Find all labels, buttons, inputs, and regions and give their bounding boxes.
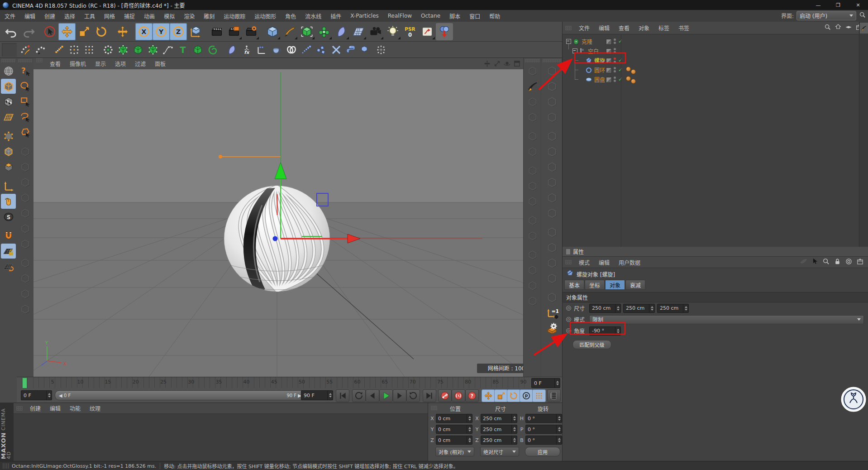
psr-tool-button[interactable]: PSR0	[401, 23, 419, 40]
disabled-command-button[interactable]	[18, 221, 33, 236]
layer-square-icon[interactable]	[606, 48, 612, 54]
disabled-modeling-button[interactable]	[544, 255, 559, 270]
scale-axis-button[interactable]: =1	[544, 305, 559, 320]
search-icon[interactable]	[859, 11, 866, 20]
disabled-modeling-button[interactable]	[544, 159, 559, 174]
disabled-modeling-button[interactable]	[544, 271, 559, 286]
smooth-shift-tool[interactable]	[145, 43, 160, 57]
disabled-modeling-button[interactable]	[525, 278, 540, 293]
stepper-icon[interactable]	[556, 436, 562, 444]
coord-field-旋转-P[interactable]: 0 °	[525, 425, 562, 434]
menu-item[interactable]: 运动跟踪	[219, 10, 250, 22]
step-edit-tool[interactable]	[52, 43, 67, 57]
disabled-modeling-button[interactable]	[525, 194, 540, 209]
layer-square-icon[interactable]	[606, 39, 612, 45]
menu-item[interactable]: 动画	[139, 10, 159, 22]
attr-field-角度[interactable]: -90 °	[589, 326, 621, 336]
stepper-icon[interactable]	[556, 414, 562, 422]
lock-x-axis-button[interactable]: X	[135, 23, 153, 40]
record-keyframe-button[interactable]	[438, 389, 452, 402]
stepper-icon[interactable]	[615, 327, 620, 335]
coordinate-system-button[interactable]	[187, 23, 204, 40]
record-rotation-toggle[interactable]	[507, 389, 520, 402]
animation-radio-icon[interactable]	[566, 317, 571, 322]
object-tag-icon[interactable]	[631, 69, 636, 74]
octane-menu-button[interactable]	[436, 23, 453, 40]
mograph-tool[interactable]	[205, 43, 220, 57]
lock-y-axis-button[interactable]: Y	[153, 23, 170, 40]
live-selection-tool[interactable]	[41, 23, 58, 40]
environment-menu-button[interactable]	[350, 23, 367, 40]
disabled-command-button[interactable]	[18, 286, 33, 301]
visibility-dots-icon[interactable]	[614, 67, 616, 72]
snow-particles-tool[interactable]	[373, 43, 388, 57]
grid-points-tool[interactable]	[81, 43, 96, 57]
object-label[interactable]: 螺旋	[594, 57, 605, 64]
om-search-icon[interactable]	[824, 24, 831, 32]
attr-new-panel-icon[interactable]	[856, 258, 864, 267]
tab-对象[interactable]: 对象	[605, 280, 625, 290]
stepper-icon[interactable]	[556, 425, 562, 433]
attr-search-icon[interactable]	[822, 258, 830, 267]
primitives-menu-button[interactable]	[264, 23, 281, 40]
visibility-dots-icon[interactable]	[614, 77, 616, 82]
object-tag-icon[interactable]	[626, 67, 631, 72]
live-selection-tool-button[interactable]	[18, 79, 33, 94]
disabled-modeling-button[interactable]	[544, 225, 559, 240]
attr-field-尺寸[interactable]: 250 cm	[623, 304, 655, 313]
maximize-button[interactable]: ❐	[828, 0, 848, 10]
view-pan-button[interactable]	[483, 59, 491, 68]
octane-settings-button[interactable]	[544, 321, 559, 336]
material-menu-item[interactable]: 创建	[25, 403, 45, 414]
expander-icon[interactable]	[572, 48, 577, 53]
disabled-modeling-button[interactable]	[525, 110, 540, 125]
modeling-menu-button[interactable]	[315, 23, 333, 40]
match-to-parent-button[interactable]: 匹配到父级	[572, 340, 611, 349]
menu-item[interactable]: 脚本	[445, 10, 465, 22]
layer-square-icon[interactable]	[606, 77, 612, 83]
om-home-icon[interactable]	[835, 24, 842, 32]
disabled-modeling-button[interactable]	[525, 144, 540, 159]
disabled-modeling-button[interactable]	[525, 293, 540, 308]
disabled-modeling-button[interactable]	[544, 240, 559, 255]
visibility-dots-icon[interactable]	[614, 48, 616, 53]
point-edit-tool[interactable]	[18, 43, 33, 57]
menu-item[interactable]: Octane	[416, 10, 445, 22]
apply-button[interactable]: 应用	[525, 447, 560, 456]
coord-field-位置-Z[interactable]: 0 cm	[436, 436, 472, 445]
matrix-tool[interactable]	[314, 43, 329, 57]
disabled-modeling-button[interactable]	[544, 206, 559, 221]
menu-item[interactable]: RealFlow	[383, 10, 416, 22]
lights-menu-button[interactable]	[384, 23, 401, 40]
coord-field-尺寸-Y[interactable]: 250 cm	[481, 425, 517, 434]
disabled-command-button[interactable]	[18, 144, 33, 159]
stepper-icon[interactable]	[467, 436, 472, 444]
panel-tab-active[interactable]	[860, 23, 868, 34]
circle-points-tool[interactable]	[67, 43, 81, 57]
points-mode-button[interactable]	[1, 129, 16, 144]
attr-menu-item[interactable]: 模式	[574, 257, 594, 268]
stepper-icon[interactable]	[467, 414, 472, 422]
disabled-modeling-button[interactable]	[525, 178, 540, 193]
material-menu-item[interactable]: 纹理	[85, 403, 105, 414]
particle-trail-tool[interactable]	[299, 43, 314, 57]
model-mode-button[interactable]	[1, 79, 16, 94]
disabled-command-button[interactable]	[18, 236, 33, 251]
lasso-selection-tool-button[interactable]	[18, 110, 33, 125]
object-axis-mode-button[interactable]	[1, 178, 16, 193]
menu-item[interactable]: 网格	[100, 10, 119, 22]
interface-dropdown[interactable]: 启动 (用户)	[796, 11, 856, 20]
stepper-icon[interactable]	[511, 436, 517, 444]
minimize-button[interactable]: —	[808, 0, 828, 10]
render-picture-viewer-button[interactable]	[225, 23, 243, 40]
record-scale-toggle[interactable]	[494, 389, 508, 402]
render-view-button[interactable]	[208, 23, 225, 40]
menu-item[interactable]: 帮助	[485, 10, 505, 22]
bevel-tool[interactable]	[190, 43, 205, 57]
disabled-modeling-button[interactable]	[544, 110, 559, 125]
tab-衰减[interactable]: 衰减	[625, 280, 645, 290]
last-used-tool[interactable]	[114, 23, 131, 40]
om-menu-item[interactable]: 查看	[614, 22, 634, 34]
om-menu-item[interactable]: 编辑	[594, 22, 614, 34]
soft-selection-tool[interactable]	[100, 43, 115, 57]
